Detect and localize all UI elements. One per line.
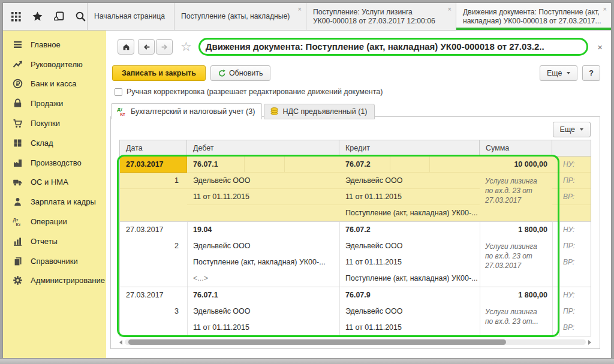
sidebar-item[interactable]: Склад xyxy=(3,133,106,153)
debit-account-cell[interactable]: 76.07.1 xyxy=(187,287,339,303)
debit-analytics-cell[interactable]: 11 от 01.11.2015 xyxy=(187,320,339,336)
favorites-star-icon[interactable] xyxy=(32,11,43,22)
tax-label[interactable]: НУ: xyxy=(559,222,591,238)
sidebar-item[interactable]: Главное xyxy=(3,35,106,55)
tax-label[interactable]: НУ: xyxy=(559,157,591,173)
home-button[interactable] xyxy=(118,39,134,55)
sidebar-item[interactable]: Производство xyxy=(3,153,106,173)
posting-row-1[interactable]: 27.03.2017176.07.1Эдельвейс ООО11 от 01.… xyxy=(120,157,591,222)
amount-cell[interactable]: 1 800,00 xyxy=(480,287,552,303)
help-button[interactable]: ? xyxy=(582,65,600,81)
tax-gap-cell[interactable] xyxy=(552,238,559,254)
credit-account-cell[interactable]: 76.07.2 xyxy=(339,157,480,173)
column-header[interactable] xyxy=(552,140,591,156)
search-icon[interactable] xyxy=(75,11,86,22)
tax-label[interactable]: ПР: xyxy=(559,173,591,189)
credit-analytics-cell[interactable]: 11 от 01.11.2015 xyxy=(339,189,480,205)
credit-analytics-cell[interactable]: 11 от 01.11.2015 xyxy=(339,254,480,270)
view-tab-1[interactable]: ДтКтБухгалтерский и налоговый учет (3) xyxy=(111,103,262,119)
posting-row-3[interactable]: 27.03.2017376.07.1Эдельвейс ООО11 от 01.… xyxy=(120,287,591,336)
credit-analytics-cell[interactable]: Поступление (акт, накладная) УК00-... xyxy=(339,270,480,287)
sidebar-item[interactable]: Банк и касса xyxy=(3,74,106,94)
column-header[interactable]: Дата xyxy=(120,140,187,156)
tax-gap-cell[interactable] xyxy=(552,287,559,303)
posting-date-cell[interactable]: 27.03.2017 xyxy=(120,157,187,173)
sidebar-item[interactable]: Справочники xyxy=(3,251,106,271)
window-tab-3[interactable]: Поступление: Услуги лизинга УК00‑000018 … xyxy=(306,3,456,30)
tax-label[interactable]: ПР: xyxy=(559,238,591,254)
tax-label[interactable]: ВР: xyxy=(559,189,591,205)
debit-account-cell[interactable]: 19.04 xyxy=(187,222,339,238)
amount-cell[interactable]: 10 000,00 xyxy=(480,157,552,173)
column-header[interactable]: Сумма xyxy=(480,140,552,156)
sidebar-item[interactable]: Зарплата и кадры xyxy=(3,192,106,212)
sidebar-item[interactable]: Продажи xyxy=(3,94,106,113)
tax-gap-cell[interactable] xyxy=(552,254,559,270)
tax-label[interactable]: ВР: xyxy=(559,320,591,336)
scroll-left-icon[interactable] xyxy=(119,340,122,345)
debit-analytics-cell[interactable]: Эдельвейс ООО xyxy=(187,173,339,189)
tax-gap-cell[interactable] xyxy=(552,222,559,238)
posting-date-cell[interactable]: 27.03.2017 xyxy=(120,287,187,303)
debit-analytics-cell[interactable]: 11 от 01.11.2015 xyxy=(187,189,339,205)
history-icon[interactable] xyxy=(53,11,65,22)
posting-number-cell[interactable]: 3 xyxy=(120,303,187,320)
posting-row-2[interactable]: 27.03.2017219.04Эдельвейс ОООПоступление… xyxy=(120,222,591,287)
tab-close-icon[interactable]: × xyxy=(448,5,452,14)
credit-analytics-cell[interactable]: Эдельвейс ООО xyxy=(339,238,480,254)
tax-gap-cell[interactable] xyxy=(552,189,559,205)
forward-button[interactable] xyxy=(156,39,173,55)
tax-label[interactable]: НУ: xyxy=(559,287,591,303)
amount-note-cell[interactable]: Услуги лизинга по вх.д. 23 от... xyxy=(480,303,552,336)
tax-gap-cell[interactable] xyxy=(552,157,559,173)
posting-date-cell[interactable]: 27.03.2017 xyxy=(120,222,187,238)
tax-gap-cell[interactable] xyxy=(552,320,559,336)
sidebar-item[interactable]: ОС и НМА xyxy=(3,173,106,192)
table-more-button[interactable]: Еще xyxy=(553,122,591,137)
tax-gap-cell[interactable] xyxy=(552,173,559,189)
horizontal-scrollbar[interactable] xyxy=(119,339,591,345)
credit-analytics-cell[interactable]: Поступление (акт, накладная) УК00-... xyxy=(339,205,480,221)
sidebar-item[interactable]: Администрирование xyxy=(3,271,106,291)
amount-note-cell[interactable]: Услуги лизинга по вх.д. 23 от 27.03.2017 xyxy=(480,238,552,287)
close-form-icon[interactable]: × xyxy=(597,42,603,52)
tab-close-icon[interactable]: × xyxy=(298,5,302,14)
view-tab-2[interactable]: НДС предъявленный (1) xyxy=(264,104,374,119)
credit-analytics-cell[interactable]: Эдельвейс ООО xyxy=(339,303,480,320)
debit-account-cell[interactable]: 76.07.1 xyxy=(187,157,339,173)
tax-label[interactable]: ВР: xyxy=(559,254,591,270)
credit-account-cell[interactable]: 76.07.9 xyxy=(339,287,480,303)
debit-analytics-cell[interactable]: <...> xyxy=(187,270,339,287)
more-button[interactable]: Еще xyxy=(540,65,577,81)
debit-analytics-cell[interactable]: Эдельвейс ООО xyxy=(187,238,339,254)
save-and-close-button[interactable]: Записать и закрыть xyxy=(112,65,206,81)
debit-analytics-cell[interactable]: Поступление (акт, накладная) УК00-... xyxy=(187,254,339,270)
amount-note-cell[interactable]: Услуги лизинга по вх.д. 23 от 27.03.2017 xyxy=(480,173,552,221)
sidebar-item[interactable]: Покупки xyxy=(3,113,106,133)
posting-number-cell[interactable]: 1 xyxy=(120,173,187,189)
posting-number-cell[interactable]: 2 xyxy=(120,238,187,254)
amount-cell[interactable]: 1 800,00 xyxy=(480,222,552,238)
debit-analytics-cell[interactable] xyxy=(187,205,339,221)
window-tab-4[interactable]: Движения документа: Поступление (акт, на… xyxy=(456,3,611,30)
credit-account-cell[interactable]: 76.07.2 xyxy=(339,222,480,238)
credit-analytics-cell[interactable]: 11 от 01.11.2015 xyxy=(339,320,480,336)
menu-grid-icon[interactable] xyxy=(10,11,22,22)
window-tab-1[interactable]: Начальная страница xyxy=(87,3,174,30)
tax-gap-cell[interactable] xyxy=(552,303,559,320)
tab-close-icon[interactable]: × xyxy=(603,5,607,14)
sidebar-item[interactable]: Руководителю xyxy=(3,55,106,74)
tax-label[interactable]: ПР: xyxy=(559,303,591,320)
manual-correction-checkbox[interactable] xyxy=(115,88,122,96)
window-tab-2[interactable]: Поступление (акты, накладные)× xyxy=(174,3,306,30)
credit-analytics-cell[interactable]: Эдельвейс ООО xyxy=(339,173,480,189)
sidebar-item[interactable]: ДтКтОперации xyxy=(3,212,106,231)
column-header[interactable]: Дебет xyxy=(187,140,339,156)
back-button[interactable] xyxy=(138,39,155,55)
favorite-star-icon[interactable]: ☆ xyxy=(180,40,192,54)
sidebar-item[interactable]: Отчеты xyxy=(3,231,106,251)
debit-analytics-cell[interactable]: Эдельвейс ООО xyxy=(187,303,339,320)
scrollbar-thumb[interactable] xyxy=(128,339,506,345)
scroll-right-icon[interactable] xyxy=(588,340,591,345)
column-header[interactable]: Кредит xyxy=(339,140,480,156)
